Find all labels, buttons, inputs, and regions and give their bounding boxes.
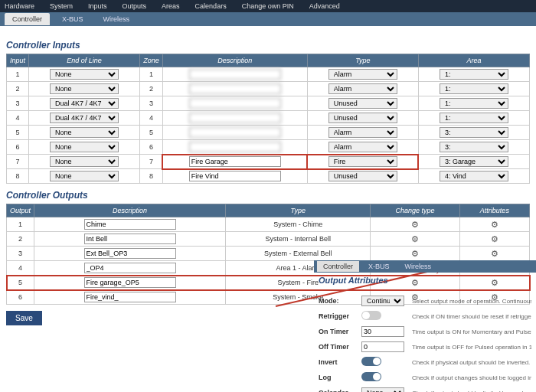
desc-input[interactable]: [189, 156, 281, 167]
table-row: 6None6Alarm3:: [7, 140, 530, 155]
gear-icon[interactable]: ⚙: [491, 234, 498, 243]
out-type: System - Internal Bell: [226, 232, 371, 247]
desc-input[interactable]: [189, 142, 281, 152]
subnav-tab[interactable]: Wireless: [96, 13, 138, 25]
output-num: 5: [7, 276, 34, 290]
zone-num: 1: [140, 67, 163, 82]
col-header: Description: [162, 54, 307, 67]
save-button[interactable]: Save: [6, 311, 42, 325]
desc-input[interactable]: [189, 83, 281, 94]
out-desc-input[interactable]: [84, 277, 176, 288]
eol-select[interactable]: Dual 4K7 / 4K7: [50, 98, 119, 109]
type-select[interactable]: Alarm: [328, 69, 397, 80]
table-row: 5None5Alarm3:: [7, 126, 530, 140]
col-header: Area: [418, 54, 529, 67]
panel-tab[interactable]: X-BUS: [362, 261, 396, 272]
table-row: 1None1Alarm1:: [7, 67, 530, 82]
input-num: 5: [7, 126, 29, 140]
out-type: System - External Bell: [226, 247, 371, 261]
panel-tab[interactable]: Wireless: [399, 261, 438, 272]
eol-select[interactable]: Dual 4K7 / 4K7: [50, 113, 119, 123]
table-row: 4Dual 4K7 / 4K74Unused1:: [7, 111, 530, 126]
input-num: 6: [7, 140, 29, 155]
type-select[interactable]: Fire: [328, 156, 397, 167]
output-num: 3: [7, 247, 34, 261]
out-desc-input[interactable]: [84, 219, 176, 230]
topnav-item[interactable]: System: [50, 2, 73, 10]
col-header: Attributes: [459, 204, 529, 217]
topnav-item[interactable]: Change own PIN: [242, 2, 294, 10]
topnav-item[interactable]: Hardware: [5, 2, 34, 10]
desc-input[interactable]: [189, 69, 281, 80]
attr-desc: Time output is ON for Momentary and Puls…: [412, 328, 531, 334]
outputs-title: Controller Outputs: [6, 190, 530, 201]
area-select[interactable]: 3:: [440, 142, 508, 152]
toggle-icon[interactable]: [361, 311, 381, 320]
zone-num: 6: [140, 140, 163, 155]
type-select[interactable]: Alarm: [328, 142, 397, 152]
area-select[interactable]: 3:: [440, 127, 508, 138]
eol-select[interactable]: None: [50, 69, 119, 80]
input-num: 1: [7, 67, 29, 82]
attr-select[interactable]: Continuous: [361, 296, 404, 306]
gear-icon[interactable]: ⚙: [491, 220, 498, 229]
area-select[interactable]: 4: Vind: [440, 171, 508, 181]
attr-label: Retrigger: [319, 312, 357, 320]
gear-icon[interactable]: ⚙: [491, 249, 498, 258]
input-num: 7: [7, 155, 29, 169]
attr-row: Mode:ContinuousSelect output mode of ope…: [319, 296, 531, 306]
output-num: 6: [7, 290, 34, 305]
attr-input[interactable]: [361, 326, 404, 333]
gear-icon[interactable]: ⚙: [411, 234, 419, 243]
desc-input[interactable]: [189, 113, 281, 123]
type-select[interactable]: Alarm: [328, 127, 397, 138]
topnav-item[interactable]: Areas: [162, 2, 180, 10]
input-num: 8: [7, 169, 29, 184]
attr-row: RetriggerCheck if ON timer should be res…: [319, 311, 531, 322]
eol-select[interactable]: None: [50, 127, 119, 138]
panel-tab[interactable]: Controller: [317, 261, 359, 272]
out-desc-input[interactable]: [84, 263, 176, 273]
eol-select[interactable]: None: [50, 83, 119, 94]
col-header: Type: [226, 204, 371, 217]
table-row: 8None8Unused4: Vind: [7, 169, 530, 184]
topnav-item[interactable]: Advanced: [309, 2, 340, 10]
subnav-tab[interactable]: Controller: [5, 13, 50, 25]
type-select[interactable]: Unused: [328, 113, 397, 123]
area-select[interactable]: 1:: [440, 83, 508, 94]
desc-input[interactable]: [189, 171, 281, 181]
gear-icon[interactable]: ⚙: [411, 249, 419, 258]
desc-input[interactable]: [189, 127, 281, 138]
eol-select[interactable]: None: [50, 142, 119, 152]
panel-title: Output Attributes: [314, 273, 536, 288]
table-row: 2System - Internal Bell⚙⚙: [7, 232, 530, 247]
table-row: 7None7Fire3: Garage: [7, 155, 530, 169]
topnav-item[interactable]: Outputs: [123, 2, 147, 10]
col-header: Description: [34, 204, 226, 217]
zone-num: 2: [140, 82, 163, 96]
out-desc-input[interactable]: [84, 292, 176, 302]
eol-select[interactable]: None: [50, 171, 119, 181]
out-desc-input[interactable]: [84, 234, 176, 244]
attr-row: On TimerTime output is ON for Momentary …: [319, 326, 531, 333]
inputs-title: Controller Inputs: [6, 40, 530, 51]
area-select[interactable]: 1:: [440, 113, 508, 123]
input-num: 2: [7, 82, 29, 96]
type-select[interactable]: Alarm: [328, 83, 397, 94]
eol-select[interactable]: None: [50, 156, 119, 167]
zone-num: 3: [140, 96, 163, 111]
topnav-item[interactable]: Calendars: [195, 2, 227, 10]
zone-num: 7: [140, 155, 163, 169]
zone-num: 4: [140, 111, 163, 126]
desc-input[interactable]: [189, 98, 281, 109]
attr-label: Mode:: [319, 297, 357, 305]
area-select[interactable]: 1:: [440, 69, 508, 80]
subnav-tab[interactable]: X-BUS: [54, 13, 91, 25]
type-select[interactable]: Unused: [328, 98, 397, 109]
area-select[interactable]: 1:: [440, 98, 508, 109]
topnav-item[interactable]: Inputs: [88, 2, 107, 10]
out-desc-input[interactable]: [84, 248, 176, 259]
type-select[interactable]: Unused: [328, 171, 397, 181]
area-select[interactable]: 3: Garage: [440, 156, 508, 167]
gear-icon[interactable]: ⚙: [411, 220, 419, 229]
